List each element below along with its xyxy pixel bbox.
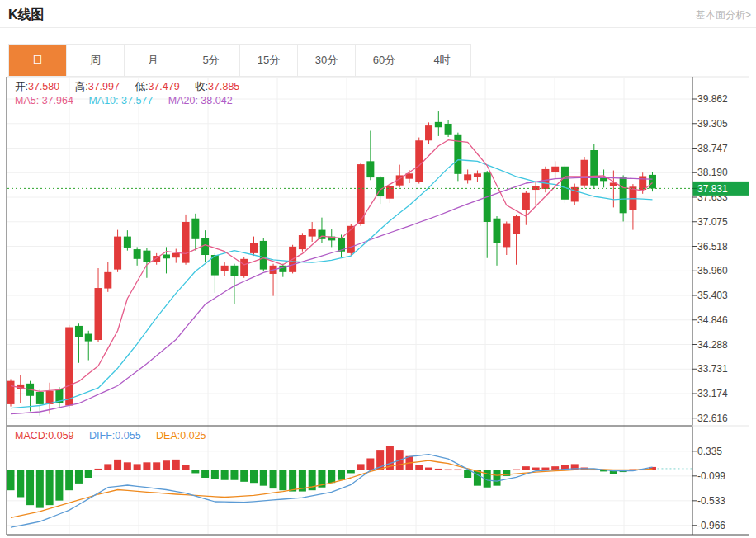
header-divider <box>0 27 756 28</box>
tab-month[interactable]: 月 <box>125 45 182 76</box>
svg-text:35.403: 35.403 <box>697 290 728 301</box>
macd-value: MACD:0.059 <box>15 430 74 441</box>
ma10-value: MA10: 37.577 <box>88 95 153 106</box>
macd-legend: MACD:0.059 DIFF:0.055 DEA:0.025 <box>15 430 219 441</box>
tab-5min[interactable]: 5分 <box>182 45 240 76</box>
ohlc-legend: 开:37.580 高:37.997 低:37.479 收:37.885 <box>15 80 252 94</box>
tab-day[interactable]: 日 <box>9 45 67 76</box>
svg-text:37.831: 37.831 <box>697 183 728 195</box>
svg-text:36.518: 36.518 <box>697 241 728 252</box>
low-value: 低:37.479 <box>135 81 179 92</box>
high-value: 高:37.997 <box>75 81 120 92</box>
tab-week[interactable]: 周 <box>67 45 125 76</box>
ma5-value: MA5: 37.964 <box>15 95 73 106</box>
ma20-value: MA20: 38.042 <box>168 95 233 106</box>
dea-value: DEA:0.025 <box>156 430 206 441</box>
svg-text:39.862: 39.862 <box>697 93 728 105</box>
interval-tabbar: 日 周 月 5分 15分 30分 60分 4时 <box>8 44 471 77</box>
ma-legend: MA5: 37.964 MA10: 37.577 MA20: 38.042 <box>15 95 245 106</box>
svg-text:32.616: 32.616 <box>697 413 728 424</box>
svg-text:0.335: 0.335 <box>697 446 722 457</box>
svg-text:37.075: 37.075 <box>697 216 728 228</box>
tab-15min[interactable]: 15分 <box>240 45 298 76</box>
close-value: 收:37.885 <box>195 81 239 92</box>
svg-text:34.288: 34.288 <box>697 339 728 351</box>
diff-value: DIFF:0.055 <box>89 430 141 441</box>
tab-4hour[interactable]: 4时 <box>413 45 470 76</box>
tab-60min[interactable]: 60分 <box>356 45 413 76</box>
svg-text:-0.099: -0.099 <box>697 470 725 482</box>
svg-text:33.174: 33.174 <box>697 388 728 399</box>
svg-text:-0.533: -0.533 <box>697 495 725 507</box>
svg-text:33.731: 33.731 <box>697 363 728 375</box>
tab-30min[interactable]: 30分 <box>298 45 356 76</box>
svg-text:34.846: 34.846 <box>697 314 728 326</box>
svg-text:-0.966: -0.966 <box>697 520 725 531</box>
svg-text:38.190: 38.190 <box>697 167 728 178</box>
page-title: K线图 <box>8 7 45 24</box>
svg-text:38.747: 38.747 <box>697 143 728 154</box>
svg-text:39.305: 39.305 <box>697 118 728 130</box>
open-value: 开:37.580 <box>15 81 59 92</box>
svg-text:35.960: 35.960 <box>697 265 728 276</box>
fundamental-analysis-link[interactable]: 基本面分析> <box>696 8 751 22</box>
